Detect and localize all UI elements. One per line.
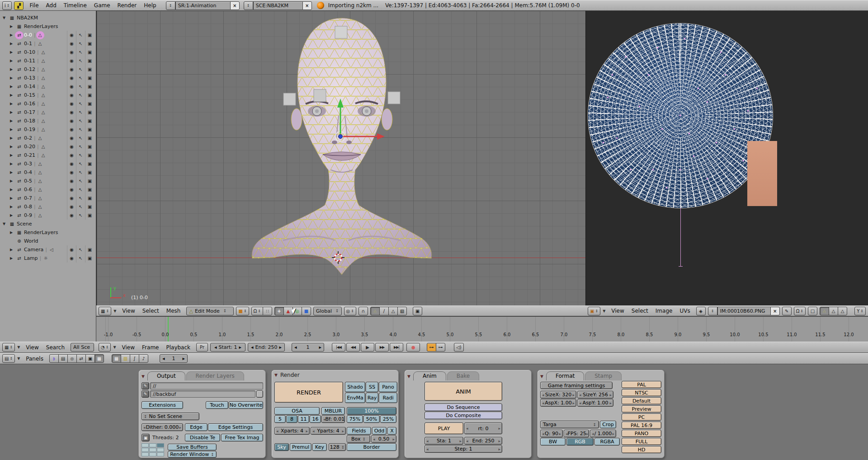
render-toggle-button[interactable]: Pano: [379, 382, 397, 392]
outliner-row[interactable]: ▶ ⇄ 0-5 △ ◉ ↖ ▣: [0, 177, 96, 185]
scene-name[interactable]: SCE:NBA2KM: [253, 1, 303, 10]
filetype-dropdown[interactable]: Targa: [540, 421, 599, 428]
free-tex-images-button[interactable]: Free Tex Imag: [221, 434, 263, 441]
selectability-icon[interactable]: ↖: [76, 65, 85, 74]
renderability-icon[interactable]: ▣: [85, 39, 94, 48]
expander-icon[interactable]: ▶: [10, 162, 16, 166]
render-toggle-button[interactable]: Shado: [345, 382, 365, 392]
expander-icon[interactable]: ▶: [10, 256, 16, 260]
renderability-icon[interactable]: ▣: [85, 74, 94, 82]
sizey-slider[interactable]: SizeY: 256: [577, 391, 613, 399]
logic-context-button[interactable]: ◗: [49, 354, 59, 363]
sticky-select-button[interactable]: Y↕: [854, 307, 866, 315]
selectability-icon[interactable]: ↖: [76, 194, 85, 202]
previous-keyframe-button[interactable]: ◀◀: [346, 343, 360, 352]
format-preset-button[interactable]: PAL 16:9: [622, 422, 661, 429]
osa-button[interactable]: OSA: [274, 407, 320, 415]
renderability-icon[interactable]: ▣: [85, 56, 94, 65]
outliner-row[interactable]: ▶ ⇄ 0-17 △ ◉ ↖ ▣: [0, 108, 96, 117]
outliner-row[interactable]: ▶ ⇄ 0-1 △ ◉ ↖ ▣: [0, 39, 96, 48]
menu-item[interactable]: Timeline: [60, 2, 90, 9]
renderability-icon[interactable]: ▣: [85, 245, 94, 254]
visibility-eye-icon[interactable]: ◉: [67, 177, 76, 185]
pivot-button[interactable]: Ω↕: [251, 307, 263, 315]
renderability-icon[interactable]: ▣: [85, 185, 94, 194]
selectability-icon[interactable]: ↖: [76, 185, 85, 194]
panel-tab[interactable]: Anim: [413, 371, 446, 380]
visibility-eye-icon[interactable]: ◉: [67, 151, 76, 160]
editing-context-button[interactable]: ▣: [85, 354, 95, 363]
renderability-icon[interactable]: ▣: [85, 168, 94, 177]
renderability-icon[interactable]: ▣: [85, 142, 94, 151]
visibility-eye-icon[interactable]: ◉: [67, 108, 76, 117]
bone-handle-square[interactable]: [388, 92, 400, 104]
aspy-slider[interactable]: AspY: 1.00: [577, 399, 613, 407]
outliner-row[interactable]: ▶ ⇄ 0-18 △ ◉ ↖ ▣: [0, 117, 96, 125]
outliner-row[interactable]: ▶ ⇄ 0-12 △ ◉ ↖ ▣: [0, 65, 96, 74]
outliner-row[interactable]: ▶ ⇄ 0-3 △ ◉ ↖ ▣: [0, 160, 96, 168]
do-sequence-button[interactable]: Do Sequence: [425, 404, 502, 411]
expander-icon[interactable]: ▶: [10, 110, 16, 114]
end-frame-field[interactable]: ◂End: 250▸: [248, 343, 285, 352]
visibility-eye-icon[interactable]: ◉: [67, 56, 76, 65]
orientation-select[interactable]: Global: [313, 307, 342, 315]
filter-size-slider[interactable]: 0.50: [371, 435, 396, 443]
render-button[interactable]: RENDER: [274, 382, 343, 403]
xparts-slider[interactable]: Xparts: 4: [274, 427, 310, 435]
outliner-row[interactable]: ▶ ⇄ 0-9 △ ◉ ↖ ▣: [0, 211, 96, 220]
menu-item[interactable]: Select: [628, 308, 652, 314]
menu-item[interactable]: Frame: [138, 344, 162, 351]
backbuf-path-field[interactable]: //backbuf: [150, 390, 255, 398]
expander-icon[interactable]: ▶: [10, 179, 16, 183]
collapse-icon[interactable]: ▼: [17, 357, 20, 361]
outliner-row[interactable]: ▶ ⇄ Camera ◁ ◉ ↖ ▣: [0, 245, 96, 254]
backbuf-toggle[interactable]: [256, 390, 263, 398]
selectability-icon[interactable]: ↖: [76, 31, 85, 39]
expander-icon[interactable]: ▶: [10, 170, 16, 174]
disable-tex-button[interactable]: Disable Te: [185, 434, 220, 441]
size-percent-button[interactable]: 25%: [380, 415, 396, 423]
render-subcontext-button[interactable]: ▦: [112, 354, 121, 363]
outliner-row[interactable]: ▶ ⇄ 0-10 △ ◉ ↖ ▣: [0, 48, 96, 56]
jump-to-end-button[interactable]: ▶▶|: [390, 343, 403, 352]
render-preview-button[interactable]: ▣: [413, 307, 422, 315]
selectability-icon[interactable]: ↖: [76, 211, 85, 220]
mode-select[interactable]: △Edit Mode: [186, 307, 234, 315]
renderability-icon[interactable]: ▣: [85, 82, 94, 91]
expander-icon[interactable]: ▶: [10, 42, 16, 46]
menu-item[interactable]: Playback: [162, 344, 194, 351]
scene-close-button[interactable]: ×: [302, 1, 312, 10]
preview-range-button[interactable]: Pr: [196, 343, 208, 352]
image-close-button[interactable]: ×: [770, 307, 780, 315]
jump-to-start-button[interactable]: |◀◀: [332, 343, 345, 352]
sequencer-subcontext-button[interactable]: ▥: [121, 354, 130, 363]
visibility-eye-icon[interactable]: ◉: [67, 48, 76, 56]
menu-item[interactable]: View: [608, 308, 627, 314]
game-framing-button[interactable]: Game framing settings: [540, 382, 613, 389]
rt-slider[interactable]: rt: 0: [464, 422, 502, 434]
renderability-icon[interactable]: ▣: [85, 202, 94, 211]
selectability-icon[interactable]: ↖: [76, 74, 85, 82]
renderability-icon[interactable]: ▣: [85, 151, 94, 160]
file-browse-icon[interactable]: ✎: [142, 382, 149, 390]
selectability-icon[interactable]: ↖: [76, 202, 85, 211]
sta-slider[interactable]: Sta: 1: [425, 437, 463, 445]
renderability-icon[interactable]: ▣: [85, 194, 94, 202]
outliner-row[interactable]: ▶ ⇄ 0-11 △ ◉ ↖ ▣: [0, 56, 96, 65]
renderability-icon[interactable]: ▣: [85, 48, 94, 56]
selectability-icon[interactable]: ↖: [76, 160, 85, 168]
menu-item[interactable]: Render: [114, 2, 141, 9]
bw-button[interactable]: BW: [540, 438, 566, 446]
format-preset-button[interactable]: Preview: [622, 405, 661, 413]
visibility-eye-icon[interactable]: ◉: [67, 254, 76, 263]
snap-button[interactable]: ∩: [359, 307, 368, 315]
autokey-off-button[interactable]: ⊶: [436, 343, 445, 352]
renderability-icon[interactable]: ▣: [85, 65, 94, 74]
visibility-eye-icon[interactable]: ◉: [67, 74, 76, 82]
bone-handle-square[interactable]: [283, 93, 296, 105]
expander-icon[interactable]: ▼: [3, 16, 9, 20]
menu-item[interactable]: Mesh: [163, 308, 184, 314]
output-path-field[interactable]: //: [150, 382, 263, 390]
scene-filter-select[interactable]: All Sce: [71, 343, 94, 352]
fps-base-slider[interactable]: / 1.000: [590, 430, 616, 437]
